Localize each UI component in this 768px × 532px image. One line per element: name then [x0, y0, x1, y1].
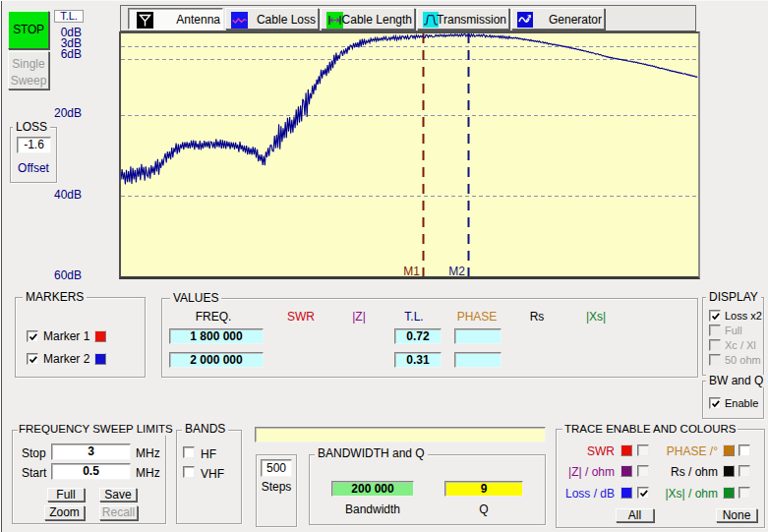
svg-text:M2: M2 [448, 265, 465, 276]
svg-text:M1: M1 [403, 265, 420, 276]
